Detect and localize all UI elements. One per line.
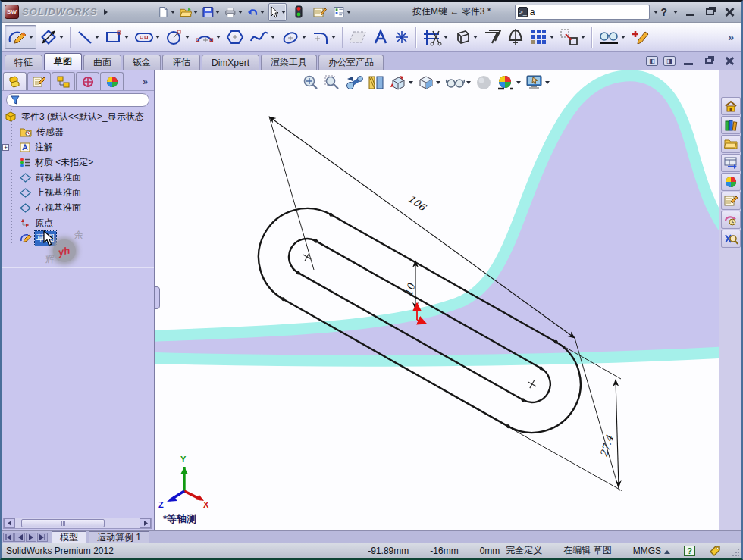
corner-rectangle-button[interactable]	[102, 25, 131, 49]
hide-show-items-button[interactable]	[444, 72, 472, 93]
tab-render-tools[interactable]: 渲染工具	[261, 55, 317, 70]
tree-item-annotations[interactable]: + 注解	[2, 139, 154, 155]
convert-entities-button[interactable]	[451, 25, 480, 49]
help-dropdown-icon[interactable]	[673, 11, 678, 14]
scroll-right-button[interactable]	[140, 518, 151, 528]
tree-root-part[interactable]: 零件3 (默认<<默认>_显示状态	[2, 109, 154, 124]
drive-works-xpress-button[interactable]	[721, 211, 741, 229]
spline-button[interactable]	[247, 25, 277, 49]
point-button[interactable]	[392, 25, 412, 49]
mirror-entities-button[interactable]	[504, 25, 527, 49]
circle-button[interactable]	[163, 25, 192, 49]
custom-properties-button[interactable]	[721, 192, 741, 210]
close-button[interactable]	[722, 6, 737, 18]
design-checker-button[interactable]	[332, 3, 352, 21]
task-pane-home-button[interactable]	[721, 97, 741, 115]
tab-office-products[interactable]: 办公室产品	[318, 55, 384, 70]
tree-item-top-plane[interactable]: 上视基准面	[2, 185, 154, 200]
pin-panel-left-icon[interactable]: ◧	[646, 56, 658, 66]
panel-splitter-handle[interactable]	[155, 286, 160, 309]
document-restore-button[interactable]	[701, 55, 716, 67]
tab-features[interactable]: 特征	[5, 55, 42, 70]
smart-dimension-button[interactable]	[37, 25, 66, 49]
graphics-viewport[interactable]: 106 27.4 10	[155, 70, 719, 530]
tab-displaymanager[interactable]	[100, 72, 124, 90]
plane-button[interactable]	[346, 25, 369, 49]
tab-dimxpertmanager[interactable]	[76, 72, 99, 90]
menu-flyout-button[interactable]	[101, 5, 111, 19]
polygon-button[interactable]	[224, 25, 246, 49]
sketch-fillet-button[interactable]	[309, 25, 338, 49]
document-minimize-button[interactable]	[681, 55, 696, 67]
edit-appearance-button[interactable]	[474, 72, 494, 93]
sw-search-button[interactable]	[721, 230, 741, 248]
tree-item-material[interactable]: 材质 <未指定>	[2, 155, 154, 170]
ellipse-button[interactable]	[278, 25, 309, 49]
linear-sketch-pattern-button[interactable]	[528, 25, 556, 49]
move-entities-button[interactable]	[557, 25, 588, 49]
appearances-button[interactable]	[721, 173, 741, 191]
options-button[interactable]	[311, 3, 329, 21]
restore-button[interactable]	[702, 6, 717, 18]
tree-filter-input[interactable]	[6, 93, 149, 107]
scrollbar-thumb[interactable]	[21, 519, 105, 527]
tree-item-right-plane[interactable]: 右视基准面	[2, 200, 154, 215]
line-button[interactable]	[74, 25, 102, 49]
design-library-button[interactable]	[721, 116, 741, 134]
rebuild-button[interactable]	[290, 3, 308, 21]
scroll-left-button[interactable]	[4, 518, 15, 528]
zoom-to-area-button[interactable]	[322, 72, 342, 93]
tab-surfaces[interactable]: 曲面	[83, 55, 121, 70]
document-close-button[interactable]	[722, 55, 737, 67]
expand-icon[interactable]: +	[2, 144, 9, 151]
file-explorer-button[interactable]	[721, 135, 741, 153]
help-button[interactable]: ?	[660, 6, 667, 18]
offset-entities-button[interactable]	[481, 25, 503, 49]
dimension-10[interactable]: 10	[403, 261, 417, 309]
new-document-button[interactable]	[157, 3, 176, 21]
tree-item-front-plane[interactable]: 前视基准面	[2, 170, 154, 185]
search-dropdown-icon[interactable]	[654, 11, 658, 14]
tab-model[interactable]: 模型	[52, 531, 86, 543]
text-button[interactable]	[370, 25, 391, 49]
first-tab-button[interactable]	[3, 533, 14, 542]
tag-icon[interactable]	[709, 545, 721, 557]
tree-item-origin[interactable]: 原点	[2, 215, 154, 230]
tab-sheet-metal[interactable]: 钣金	[123, 55, 161, 70]
sketch-tool-button[interactable]	[5, 25, 36, 49]
search-input[interactable]	[530, 7, 647, 17]
dimension-27-4[interactable]: 27.4	[598, 380, 619, 487]
section-view-button[interactable]	[366, 72, 386, 93]
last-tab-button[interactable]	[37, 533, 48, 542]
trim-entities-button[interactable]	[420, 25, 450, 49]
tab-evaluate[interactable]: 评估	[162, 55, 200, 70]
orientation-triad[interactable]: Y X Z	[158, 455, 209, 509]
view-orientation-button[interactable]	[387, 72, 415, 93]
view-palette-button[interactable]	[721, 154, 741, 172]
open-button[interactable]	[179, 3, 199, 21]
tree-item-sensors[interactable]: 传感器	[2, 124, 154, 139]
panel-horizontal-scrollbar[interactable]	[3, 518, 152, 529]
zoom-to-fit-button[interactable]	[301, 72, 321, 93]
tab-motion-study[interactable]: 运动算例 1	[89, 531, 149, 543]
display-delete-relations-button[interactable]	[596, 25, 628, 49]
units-selector[interactable]: MMGS	[622, 546, 681, 556]
tab-configurationmanager[interactable]	[52, 72, 75, 90]
resize-grip[interactable]	[732, 549, 739, 557]
tab-sketch[interactable]: 草图	[44, 53, 82, 70]
print-button[interactable]	[224, 3, 243, 21]
previous-tab-button[interactable]	[14, 533, 25, 542]
apply-scene-button[interactable]	[495, 72, 522, 93]
undo-button[interactable]	[246, 3, 266, 21]
display-style-button[interactable]	[416, 72, 442, 93]
panel-tabs-overflow-chevron[interactable]: »	[143, 77, 152, 90]
previous-view-button[interactable]	[343, 72, 365, 93]
sketch-canvas[interactable]: 106 27.4 10	[155, 70, 719, 530]
repair-sketch-button[interactable]	[629, 25, 651, 49]
pin-panel-right-icon[interactable]: ◨	[663, 56, 676, 66]
toolbar-overflow-chevron[interactable]: »	[728, 31, 734, 43]
next-tab-button[interactable]	[26, 533, 36, 542]
tab-propertymanager[interactable]	[27, 72, 51, 90]
save-button[interactable]	[202, 3, 221, 21]
tab-dimxpert[interactable]: DimXpert	[202, 55, 259, 70]
